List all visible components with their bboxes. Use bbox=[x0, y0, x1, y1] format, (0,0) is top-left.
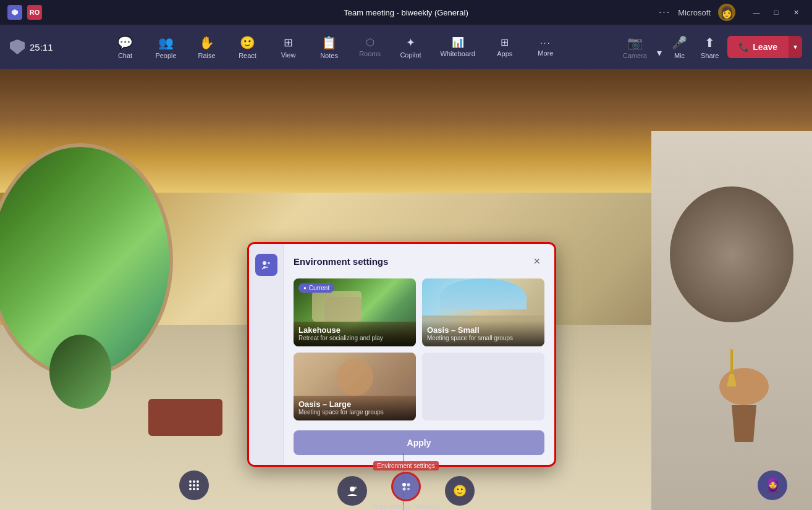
bottom-center-group: Environment settings bbox=[337, 461, 475, 510]
mic-label: Mic bbox=[674, 52, 685, 59]
teams-logo-icon bbox=[7, 5, 22, 20]
remote-user-avatar: 🧕 bbox=[758, 470, 787, 500]
leave-group: 📞 Leave ▾ bbox=[727, 36, 802, 58]
lakehouse-name: Lakehouse bbox=[298, 325, 411, 335]
toolbar-item-apps[interactable]: ⊞ Apps bbox=[485, 33, 525, 61]
svg-point-8 bbox=[197, 484, 199, 487]
env-card-oasis-small[interactable]: Oasis – Small Meeting space for small gr… bbox=[422, 278, 544, 346]
lakehouse-desc: Retreat for socializing and play bbox=[298, 335, 411, 341]
share-label: Share bbox=[701, 52, 719, 59]
dialog-header: Environment settings ✕ bbox=[294, 254, 544, 269]
toolbar-item-more[interactable]: ··· More bbox=[526, 34, 565, 61]
svg-point-1 bbox=[268, 262, 270, 264]
svg-point-14 bbox=[402, 483, 406, 487]
oasis-large-desc: Meeting space for large groups bbox=[298, 409, 411, 416]
whiteboard-icon: 📊 bbox=[452, 36, 464, 48]
toolbar-item-people[interactable]: 👥 People bbox=[146, 31, 186, 63]
oasis-large-overlay: Oasis – Large Meeting space for large gr… bbox=[294, 395, 416, 420]
floor-object bbox=[148, 399, 222, 436]
more-options-icon[interactable]: ··· bbox=[659, 7, 670, 18]
title-bar-right: ··· Microsoft 👩 — □ ✕ bbox=[659, 4, 805, 21]
mic-icon: 🎤 bbox=[672, 35, 687, 50]
right-circle-decoration bbox=[670, 186, 793, 322]
env-card-lakehouse[interactable]: Current Lakehouse Retreat for socializin… bbox=[294, 278, 416, 346]
toolbar-item-rooms: ⬡ Rooms bbox=[350, 33, 390, 61]
svg-point-16 bbox=[402, 487, 405, 490]
leave-label: Leave bbox=[753, 42, 777, 52]
oasis-small-desc: Meeting space for small groups bbox=[427, 335, 539, 341]
shield-icon bbox=[10, 40, 25, 54]
environment-button[interactable] bbox=[391, 472, 421, 501]
user-profile-avatar[interactable]: 👩 bbox=[718, 4, 735, 21]
minimize-button[interactable]: — bbox=[748, 4, 765, 21]
view-label: View bbox=[281, 51, 296, 59]
emoji-button[interactable]: 🙂 bbox=[445, 476, 475, 506]
meeting-label: Team meeting - biweekly bbox=[372, 503, 440, 510]
right-vase bbox=[725, 349, 738, 387]
share-button[interactable]: ⬆ Share bbox=[695, 31, 725, 63]
raise-icon: ✋ bbox=[199, 35, 214, 50]
camera-icon: 📷 bbox=[627, 35, 643, 50]
leave-chevron-button[interactable]: ▾ bbox=[789, 36, 802, 58]
raise-label: Raise bbox=[198, 52, 215, 59]
window-controls: — □ ✕ bbox=[748, 4, 805, 21]
toolbar-item-copilot[interactable]: ✦ Copilot bbox=[391, 32, 431, 62]
user-avatar-badge[interactable]: RO bbox=[27, 5, 42, 20]
toolbar-right: 📷 Camera ▾ 🎤 Mic ⬆ Share 📞 Leave ▾ bbox=[618, 31, 802, 63]
rooms-icon: ⬡ bbox=[366, 36, 374, 48]
notes-label: Notes bbox=[320, 52, 338, 59]
camera-label: Camera bbox=[623, 52, 647, 59]
view-icon: ⊞ bbox=[284, 36, 293, 49]
right-furniture bbox=[713, 368, 775, 417]
svg-point-4 bbox=[193, 480, 195, 483]
svg-point-15 bbox=[407, 483, 410, 486]
camera-button[interactable]: 📷 Camera bbox=[618, 31, 652, 63]
svg-point-7 bbox=[193, 484, 195, 487]
chat-icon: 💬 bbox=[117, 35, 133, 50]
lakehouse-overlay: Lakehouse Retreat for socializing and pl… bbox=[294, 320, 416, 346]
rooms-label: Rooms bbox=[359, 50, 381, 57]
env-card-oasis-large[interactable]: Oasis – Large Meeting space for large gr… bbox=[294, 353, 416, 420]
svg-point-17 bbox=[407, 488, 410, 490]
person-settings-button[interactable] bbox=[337, 476, 367, 506]
toolbar-left: 25:11 bbox=[10, 40, 53, 54]
environment-settings-tooltip: Environment settings bbox=[373, 461, 438, 470]
svg-point-10 bbox=[193, 488, 195, 490]
close-button[interactable]: ✕ bbox=[787, 4, 805, 21]
oasis-small-overlay: Oasis – Small Meeting space for small gr… bbox=[422, 320, 544, 346]
mic-button[interactable]: 🎤 Mic bbox=[667, 31, 692, 63]
toolbar-item-view[interactable]: ⊞ View bbox=[269, 32, 308, 62]
apply-button[interactable]: Apply bbox=[294, 430, 544, 455]
svg-point-3 bbox=[189, 480, 192, 483]
title-bar-left: RO bbox=[7, 5, 42, 20]
toolbar-item-notes[interactable]: 📋 Notes bbox=[310, 31, 349, 63]
toolbar: 25:11 💬 Chat 👥 People ✋ Raise 🙂 React ⊞ … bbox=[0, 25, 812, 69]
toolbar-item-raise[interactable]: ✋ Raise bbox=[187, 31, 227, 63]
bottom-bar: Environment settings bbox=[0, 461, 812, 510]
more-icon: ··· bbox=[540, 38, 551, 48]
toolbar-item-react[interactable]: 🙂 React bbox=[228, 31, 268, 63]
svg-point-6 bbox=[189, 484, 192, 487]
leave-button[interactable]: 📞 Leave bbox=[727, 36, 789, 58]
dialog-close-button[interactable]: ✕ bbox=[530, 254, 544, 269]
meeting-title: Team meeting - biweekly (General) bbox=[344, 8, 468, 17]
camera-chevron-button[interactable]: ▾ bbox=[654, 43, 664, 62]
svg-point-11 bbox=[197, 488, 199, 490]
grid-dots-button[interactable] bbox=[179, 470, 209, 500]
toolbar-item-whiteboard[interactable]: 📊 Whiteboard bbox=[432, 33, 484, 61]
svg-point-9 bbox=[189, 488, 192, 490]
apps-icon: ⊞ bbox=[501, 36, 509, 48]
people-label: People bbox=[155, 52, 176, 59]
dialog-sidebar bbox=[249, 244, 284, 465]
microsoft-label: Microsoft bbox=[678, 8, 711, 17]
meeting-timer: 25:11 bbox=[30, 42, 53, 52]
maximize-button[interactable]: □ bbox=[768, 4, 785, 21]
copilot-icon: ✦ bbox=[406, 36, 415, 49]
react-label: React bbox=[239, 52, 256, 59]
whiteboard-label: Whiteboard bbox=[441, 50, 475, 57]
dialog-main: Environment settings ✕ Current Lakehouse bbox=[284, 244, 554, 465]
chat-label: Chat bbox=[118, 52, 132, 59]
copilot-label: Copilot bbox=[400, 51, 421, 59]
left-wall-hole bbox=[49, 335, 111, 409]
toolbar-item-chat[interactable]: 💬 Chat bbox=[106, 31, 145, 63]
